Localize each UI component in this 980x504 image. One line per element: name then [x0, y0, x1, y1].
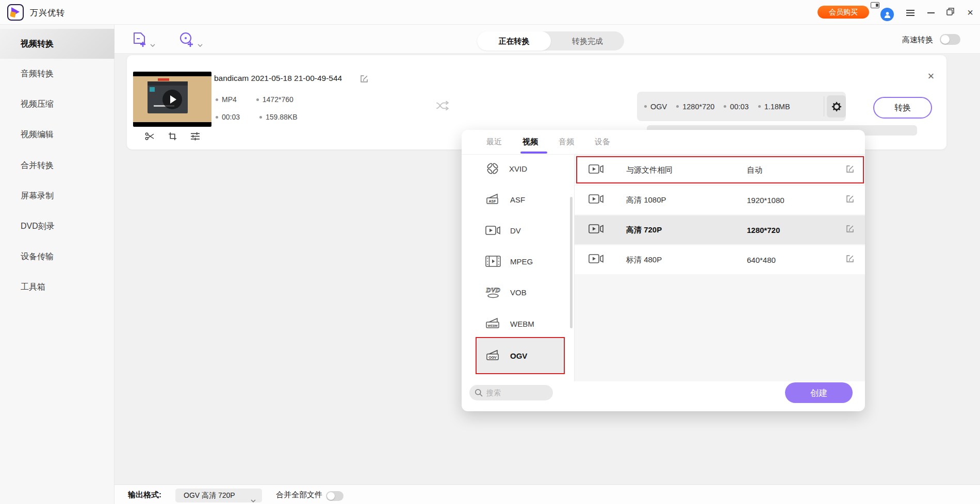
sidebar-active-highlight [0, 29, 115, 59]
add-file-icon [133, 32, 147, 47]
divider [824, 96, 824, 116]
play-button[interactable] [162, 90, 182, 109]
panel-tab-recent[interactable]: 最近 [486, 137, 502, 147]
sidebar-item-video-edit[interactable]: 视频编辑 [21, 128, 54, 141]
bullet [216, 116, 218, 119]
source-resolution: 1472*760 [263, 95, 293, 104]
merge-all-label: 合并全部文件 [276, 490, 322, 500]
user-avatar[interactable] [880, 8, 894, 21]
output-duration: 00:03 [730, 103, 748, 111]
sidebar-item-device-transfer[interactable]: 设备传输 [21, 250, 54, 263]
video-camera-icon [589, 223, 604, 237]
add-file-button[interactable] [133, 32, 155, 47]
effects-icon[interactable] [190, 132, 200, 143]
output-settings-button[interactable] [827, 95, 846, 117]
edit-preset-icon[interactable] [846, 195, 854, 205]
format-item-vob[interactable]: DVD VOB [462, 278, 574, 307]
source-meta-row1: MP4 1472*760 [216, 95, 293, 104]
resolution-row-1080p[interactable]: 高清 1080P 1920*1080 [575, 186, 865, 214]
convert-tabs: 正在转换 转换完成 [477, 31, 624, 51]
format-list-scrollbar[interactable] [570, 197, 573, 328]
clip-tools [145, 132, 200, 143]
source-meta-row2: 00:03 159.88KB [216, 113, 298, 121]
title-bar: 万兴优转 会员购买 × [0, 0, 980, 25]
member-purchase-button[interactable]: 会员购买 [818, 6, 869, 19]
panel-tab-video[interactable]: 视频 [522, 137, 538, 147]
video-camera-icon [589, 253, 604, 267]
format-item-asf[interactable]: ASF ASF [462, 185, 574, 214]
source-format: MP4 [222, 95, 237, 104]
remove-file-icon[interactable]: × [925, 70, 937, 83]
source-size: 159.88KB [266, 113, 298, 121]
close-button[interactable]: × [966, 8, 975, 16]
app-logo-icon [7, 4, 24, 21]
panel-tab-device[interactable]: 设备 [595, 137, 610, 147]
output-format-value: OGV 高清 720P [184, 491, 235, 499]
person-icon [883, 10, 892, 19]
source-duration: 00:03 [222, 113, 240, 121]
panel-tab-audio[interactable]: 音频 [559, 137, 574, 147]
convert-button[interactable]: 转换 [873, 97, 932, 119]
output-settings-bar[interactable]: OGV 1280*720 00:03 1.18MB [637, 92, 846, 121]
search-input[interactable] [486, 389, 543, 397]
vob-icon: DVD [485, 285, 501, 299]
transfer-icon [435, 99, 450, 114]
trim-icon[interactable] [145, 132, 155, 143]
output-format: OGV [650, 103, 667, 111]
toolbar: 正在转换 转换完成 高速转换 [115, 25, 980, 54]
gear-icon [831, 101, 842, 112]
search-icon [475, 389, 483, 397]
video-camera-icon [589, 193, 604, 207]
chevron-down-icon [150, 44, 155, 47]
output-format-select[interactable]: OGV 高清 720P [175, 489, 262, 502]
svg-text:ASF: ASF [489, 199, 497, 203]
sidebar-item-dvd-burn[interactable]: DVD刻录 [21, 220, 55, 232]
sidebar-item-toolbox[interactable]: 工具箱 [21, 281, 45, 293]
menu-icon[interactable] [906, 8, 916, 16]
format-item-dv[interactable]: DV [462, 216, 574, 245]
sidebar-item-screen-record[interactable]: 屏幕录制 [21, 190, 54, 202]
format-item-webm[interactable]: WEBM WEBM [462, 309, 574, 338]
sidebar-item-video-compress[interactable]: 视频压缩 [21, 98, 54, 110]
sidebar: 视频转换 音频转换 视频压缩 视频编辑 合并转换 屏幕录制 DVD刻录 设备传输… [0, 25, 115, 504]
bullet [216, 98, 218, 101]
output-size: 1.18MB [764, 103, 790, 111]
bottom-bar: 输出格式: OGV 高清 720P 合并全部文件 [115, 484, 980, 504]
webm-icon: WEBM [485, 317, 501, 331]
sidebar-item-video-convert[interactable]: 视频转换 [21, 38, 54, 50]
video-thumbnail[interactable] [133, 72, 211, 127]
format-search[interactable] [469, 385, 553, 400]
format-panel: 最近 视频 音频 设备 XVID ASF ASF DV MPEG DVD VOB… [462, 130, 865, 411]
highspeed-toggle[interactable] [940, 34, 960, 45]
sidebar-item-merge-convert[interactable]: 合并转换 [21, 159, 54, 172]
create-button[interactable]: 创建 [785, 382, 853, 403]
edit-preset-icon[interactable] [846, 225, 854, 235]
add-disc-button[interactable] [179, 32, 203, 47]
crop-icon[interactable] [168, 132, 177, 143]
edit-preset-icon[interactable] [846, 255, 854, 265]
format-item-mpeg[interactable]: MPEG [462, 247, 574, 276]
chevron-down-icon [198, 44, 203, 47]
highspeed-label: 高速转换 [902, 35, 933, 45]
tab-finished[interactable]: 转换完成 [551, 31, 624, 51]
sidebar-item-audio-convert[interactable]: 音频转换 [21, 68, 54, 80]
chevron-down-icon [251, 494, 256, 504]
svg-text:WEBM: WEBM [488, 324, 498, 327]
bullet [259, 116, 262, 119]
merge-all-toggle[interactable] [326, 491, 344, 501]
mpeg-icon [485, 255, 501, 267]
format-item-xvid[interactable]: XVID [462, 154, 574, 183]
xvid-icon [485, 161, 500, 176]
purchase-card-icon [871, 2, 879, 8]
restore-button[interactable] [946, 8, 956, 16]
resolution-row-480p[interactable]: 标清 480P 640*480 [575, 245, 865, 274]
tab-converting[interactable]: 正在转换 [477, 31, 551, 51]
format-panel-tabs: 最近 视频 音频 设备 [462, 130, 865, 155]
annotation-box-same-as-source [576, 156, 864, 183]
dv-icon [485, 225, 501, 237]
resolution-row-720p[interactable]: 高清 720P 1280*720 [575, 215, 865, 244]
clip-title: bandicam 2021-05-18 21-00-49-544 [214, 74, 342, 83]
rename-icon[interactable] [360, 75, 368, 85]
minimize-button[interactable] [927, 8, 936, 16]
asf-icon: ASF [485, 193, 501, 207]
